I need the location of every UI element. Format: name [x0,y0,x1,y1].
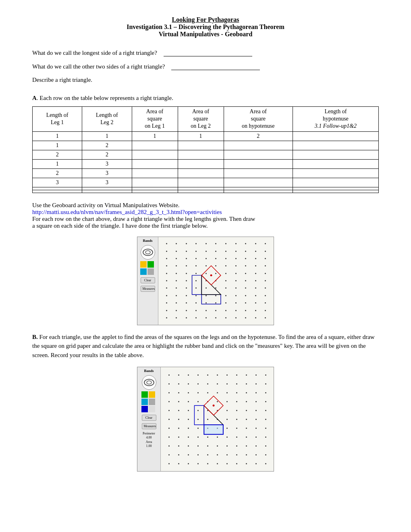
cell-r4-c1: 3 [82,168,132,178]
grid-dot [207,436,208,438]
grid-dot [236,374,237,376]
grid-dot [236,383,237,384]
grid-dot [176,302,177,303]
grid-dot [215,280,216,281]
cell-r6-c3 [178,187,224,190]
grid-dot [195,251,197,252]
cell-r2-c2 [132,150,178,159]
grid-dot [168,419,170,420]
question2-text: What do we call the other two sides of a… [32,63,165,70]
grid-dot [246,463,247,464]
grid-dot [188,419,189,420]
cell-r4-c0: 2 [33,168,82,178]
grid-dot [217,454,218,455]
grid-dot [188,401,189,402]
swatch-gray2 [149,399,155,405]
grid-dot [245,310,246,311]
cell-r4-c4 [224,168,293,178]
cell-r1-c0: 1 [33,141,82,150]
grid-dot [235,317,237,318]
geoboard-line1: Use the Geoboard activity on Virtual Man… [32,202,379,209]
grid-dot [197,436,199,438]
grid-dot [255,243,256,244]
grid-dot [236,454,237,455]
cell-r3-c4 [224,159,293,168]
answer2-line [171,63,260,70]
grid-dot [166,258,167,259]
grid-dot [166,295,167,296]
geoboard-link[interactable]: http://matti.usu.edu/nlvm/nav/frames_asi… [32,209,222,215]
grid-dot [246,428,247,429]
grid-dot [197,392,199,393]
clear-btn2[interactable]: Clear [142,415,156,421]
grid-dot [168,436,170,438]
grid-dot [168,410,170,411]
grid-dot [215,265,216,266]
grid-dot [215,317,216,318]
geoboard-image2-wrapper: Bands Clear Measures Perimeter 4.00 [32,367,379,472]
grid-dot [245,265,246,266]
cell-r6-c1 [82,187,132,190]
grid-dot [207,410,208,411]
grid-dot [176,280,177,281]
grid-dot [217,374,218,376]
grid-dot [178,463,179,464]
grid-dot [186,243,187,244]
grid-dot [197,401,199,402]
measures-btn2[interactable]: Measures [142,423,156,429]
grid-dot [176,287,177,289]
grid-dot [207,374,208,376]
cell-r6-c0 [33,187,82,190]
grid-dot [178,436,179,438]
cell-r7-c2 [132,190,178,193]
grid-dot [235,265,237,266]
grid-dot [217,463,218,464]
grid-dot [166,310,167,311]
grid-dot [225,265,226,266]
page-header: Looking For Pythagoras Investigation 3.1… [32,16,379,38]
grid-dot [217,419,218,420]
grid-dot [265,428,266,429]
grid-dot [255,251,256,252]
grid-dot [225,317,226,318]
cell-r5-c0: 3 [33,178,82,187]
cell-r1-c5 [293,141,378,150]
cell-r6-c2 [132,187,178,190]
cell-r0-c5 [293,131,378,141]
grid-dot [225,310,226,311]
grid-dot [206,258,207,259]
section-a-text: . Each row on the table below represents… [37,95,173,101]
grid-dot [166,243,167,244]
grid-dot [197,419,199,420]
grid-dot [217,428,218,429]
svg-point-7 [144,379,154,386]
grid-dot [236,419,237,420]
geoboard-image1-wrapper: Bands Clear Measures [32,237,379,325]
area-val: 1.00 [143,444,155,448]
cell-r1-c2 [132,141,178,150]
grid-dot [236,401,237,402]
clear-btn1[interactable]: Clear [141,277,155,283]
grid-dot [235,287,237,289]
grid-dot [188,428,189,429]
grid-dot [195,310,197,311]
cell-r2-c3 [178,150,224,159]
grid-dot [265,280,266,281]
grid-dot [217,410,218,411]
measures-btn1[interactable]: Measures [141,286,155,292]
grid-dot [195,287,197,289]
question1-text: What do we call the longest side of a ri… [32,50,157,56]
cell-r7-c0 [33,190,82,193]
grid-dot [245,287,246,289]
grid-dot [226,419,228,420]
grid-dot [197,454,199,455]
questions-section: What do we call the longest side of a ri… [32,49,379,83]
grid-dot [235,243,237,244]
cell-r7-c3 [178,190,224,193]
grid-dot [236,463,237,464]
grid-dot [265,287,266,289]
cell-r0-c0: 1 [33,131,82,141]
title-line2: Investigation 3.1 – Discovering the Pyth… [32,23,379,31]
grid-dot [178,410,179,411]
grid-dot [265,273,266,274]
